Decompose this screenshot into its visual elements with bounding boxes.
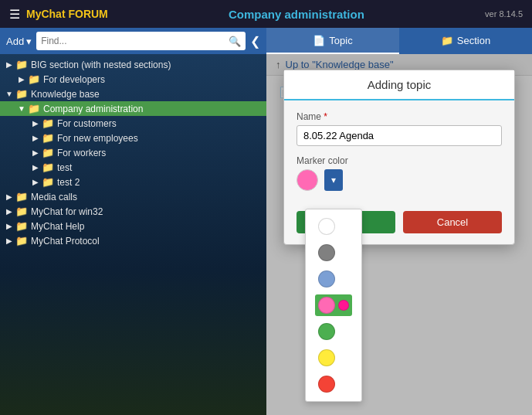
color-swatch-white[interactable] xyxy=(315,216,352,237)
expand-icon: ▶ xyxy=(29,134,42,142)
sidebar-item-media-calls[interactable]: ▶ 📁 Media calls xyxy=(0,189,266,204)
sidebar-item-label: Company administration xyxy=(43,104,266,114)
expand-icon: ▶ xyxy=(3,60,15,69)
sidebar-item-label: MyChat Protocol xyxy=(31,236,266,247)
sidebar-item-label: For new employees xyxy=(57,133,266,144)
tab-section[interactable]: 📁 Section xyxy=(399,28,532,54)
green-swatch xyxy=(318,323,335,340)
sidebar-item-company-admin[interactable]: ▼ 📁 Company administration xyxy=(0,101,266,116)
expand-icon: ▶ xyxy=(3,236,15,245)
yellow-swatch xyxy=(318,349,335,366)
color-preview xyxy=(296,169,318,191)
folder-icon: 📁 xyxy=(28,73,40,85)
add-chevron-icon: ▾ xyxy=(26,36,32,47)
color-swatch-gray[interactable] xyxy=(315,242,352,264)
sidebar-item-big-section[interactable]: ▶ 📁 BIG section (with nested sections) xyxy=(0,57,266,72)
folder-icon: 📁 xyxy=(15,220,28,232)
folder-icon: 📁 xyxy=(15,59,28,70)
expand-icon: ▶ xyxy=(29,148,42,157)
sidebar-item-label: For workers xyxy=(57,148,266,158)
sidebar-item-test[interactable]: ▶ 📁 test xyxy=(0,160,266,175)
sidebar-item-mychat-help[interactable]: ▶ 📁 MyChat Help xyxy=(0,219,266,233)
expand-icon: ▶ xyxy=(3,207,15,216)
sidebar-item-label: Knowledge base xyxy=(31,89,266,100)
sidebar-item-label: MyChat for win32 xyxy=(31,206,266,217)
expand-icon: ▶ xyxy=(3,222,15,230)
gray-swatch xyxy=(318,244,335,261)
menu-icon[interactable]: ☰ xyxy=(9,7,20,22)
sidebar-item-test-2[interactable]: ▶ 📁 test 2 xyxy=(0,175,266,189)
modal-body: Name * Marker color ▾ xyxy=(284,100,514,211)
sidebar-item-mychat-win32[interactable]: ▶ 📁 MyChat for win32 xyxy=(0,204,266,219)
app-version: ver 8.14.5 xyxy=(485,9,523,19)
topic-tab-label: Topic xyxy=(329,35,352,46)
required-marker: * xyxy=(324,111,327,122)
color-row: ▾ xyxy=(296,169,502,191)
topic-tab-icon: 📄 xyxy=(313,35,325,46)
color-swatch-pink[interactable] xyxy=(315,294,352,316)
add-label: Add xyxy=(6,36,24,47)
sidebar-item-label: MyChat Help xyxy=(31,221,266,232)
main-content: ▶ 📁 BIG section (with nested sections) ▶… xyxy=(0,54,532,415)
folder-icon: 📁 xyxy=(15,191,28,202)
pink-dot xyxy=(338,300,349,311)
admin-title: Company administration xyxy=(229,8,364,21)
sidebar-item-label: For developers xyxy=(43,74,266,85)
color-dropdown-button[interactable]: ▾ xyxy=(324,169,343,191)
search-box[interactable]: 🔍 xyxy=(36,32,246,50)
white-swatch xyxy=(318,218,335,235)
expand-icon: ▶ xyxy=(29,119,42,128)
search-input[interactable] xyxy=(41,36,229,46)
color-swatch-green[interactable] xyxy=(315,321,352,342)
red-swatch xyxy=(318,376,335,393)
folder-icon: 📁 xyxy=(42,147,54,158)
folder-icon: 📁 xyxy=(42,176,54,188)
sidebar-item-for-new-employees[interactable]: ▶ 📁 For new employees xyxy=(0,131,266,145)
tab-bar: Add ▾ 🔍 ❮ 📄 Topic 📁 Section xyxy=(0,28,532,54)
modal-overlay: Adding topic Name * Marker color xyxy=(266,54,532,415)
sidebar-item-label: Media calls xyxy=(31,192,266,202)
color-swatch-blue-gray[interactable] xyxy=(315,268,352,290)
expand-icon: ▶ xyxy=(29,163,42,172)
sidebar: ▶ 📁 BIG section (with nested sections) ▶… xyxy=(0,54,266,415)
search-icon: 🔍 xyxy=(229,36,241,47)
sidebar-toolbar: Add ▾ 🔍 ❮ xyxy=(0,28,266,54)
expand-icon: ▶ xyxy=(15,75,28,83)
name-input[interactable] xyxy=(296,125,502,146)
sidebar-item-for-workers[interactable]: ▶ 📁 For workers xyxy=(0,145,266,160)
name-label: Name * xyxy=(296,111,502,122)
pink-swatch xyxy=(318,297,335,314)
collapse-button[interactable]: ❮ xyxy=(250,34,260,49)
folder-icon: 📁 xyxy=(42,162,54,173)
color-swatch-red[interactable] xyxy=(315,373,352,395)
app-title-area: ☰ MyChat FORUM xyxy=(9,7,108,22)
color-label: Marker color xyxy=(296,155,502,166)
folder-icon: 📁 xyxy=(15,206,28,217)
sidebar-item-knowledge-base[interactable]: ▼ 📁 Knowledge base xyxy=(0,87,266,101)
sidebar-item-label: BIG section (with nested sections) xyxy=(31,60,266,70)
expand-icon: ▶ xyxy=(29,178,42,186)
sidebar-item-for-customers[interactable]: ▶ 📁 For customers xyxy=(0,116,266,131)
modal-title: Adding topic xyxy=(368,78,432,91)
expand-icon: ▼ xyxy=(15,104,28,113)
sidebar-item-for-developers[interactable]: ▶ 📁 For developers xyxy=(0,72,266,87)
folder-icon: 📁 xyxy=(15,88,28,100)
expand-icon: ▶ xyxy=(3,192,15,201)
top-bar: ☰ MyChat FORUM Company administration ve… xyxy=(0,0,532,28)
cancel-button[interactable]: Cancel xyxy=(403,211,502,233)
add-button[interactable]: Add ▾ xyxy=(6,36,32,47)
color-picker-dropdown xyxy=(305,209,362,402)
folder-icon: 📁 xyxy=(42,132,54,144)
expand-icon: ▼ xyxy=(3,90,15,98)
tab-topic[interactable]: 📄 Topic xyxy=(266,28,399,54)
section-tab-label: Section xyxy=(457,35,490,46)
sidebar-item-label: test 2 xyxy=(57,177,266,188)
name-form-group: Name * xyxy=(296,111,502,146)
section-tab-icon: 📁 xyxy=(441,35,453,46)
sidebar-item-mychat-protocol[interactable]: ▶ 📁 MyChat Protocol xyxy=(0,233,266,248)
sidebar-item-label: test xyxy=(57,162,266,173)
folder-icon: 📁 xyxy=(15,235,28,247)
right-panel: ↑ Up to "Knowledge base" 📄 Budget 2022 A… xyxy=(266,54,532,415)
folder-icon: 📁 xyxy=(28,103,40,114)
color-swatch-yellow[interactable] xyxy=(315,347,352,369)
